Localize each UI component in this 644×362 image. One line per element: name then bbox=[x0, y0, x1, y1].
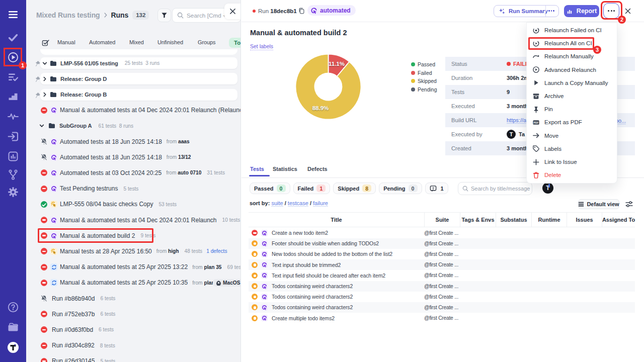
svg-text:PDF: PDF bbox=[533, 121, 538, 124]
svg-text:11.1%: 11.1% bbox=[329, 61, 345, 67]
svg-text:88.9%: 88.9% bbox=[312, 105, 329, 111]
